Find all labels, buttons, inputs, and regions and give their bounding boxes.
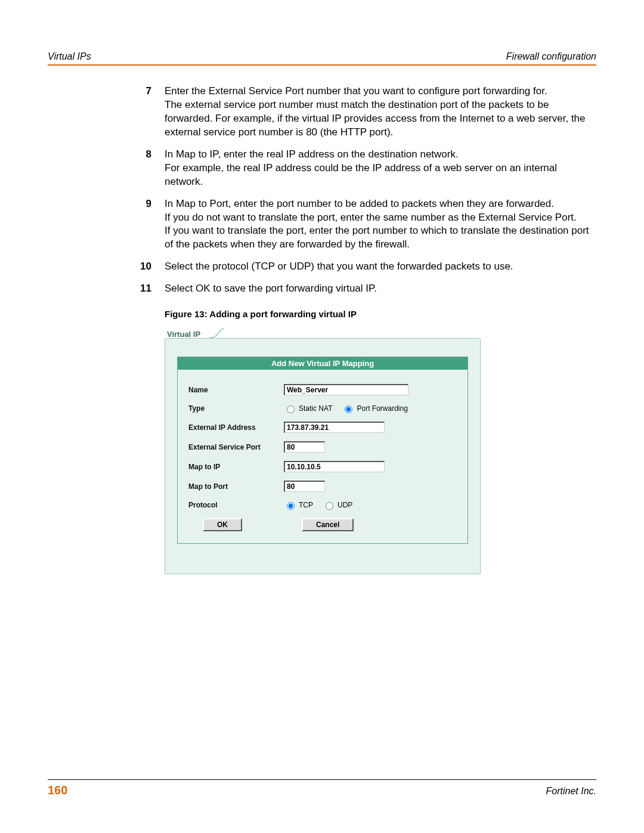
step-number: 10	[131, 260, 165, 274]
radio-static-nat[interactable]: Static NAT	[284, 404, 332, 413]
header-right: Firewall configuration	[506, 51, 596, 62]
step-text: Select OK to save the port forwarding vi…	[165, 282, 596, 296]
header-divider	[48, 64, 596, 66]
radio-tcp-input[interactable]	[287, 502, 295, 510]
label-protocol: Protocol	[188, 501, 284, 509]
radio-port-forwarding-input[interactable]	[345, 405, 352, 413]
radio-tcp-label: TCP	[299, 501, 313, 509]
step-text: In Map to IP, enter the real IP address …	[165, 148, 596, 162]
radio-udp-input[interactable]	[326, 502, 333, 510]
label-type: Type	[188, 404, 284, 413]
cancel-button[interactable]: Cancel	[302, 518, 354, 531]
figure-caption: Figure 13: Adding a port forwarding virt…	[165, 309, 596, 319]
step-number: 7	[131, 85, 165, 140]
label-external-ip: External IP Address	[188, 423, 284, 432]
external-ip-input[interactable]	[284, 422, 385, 433]
radio-static-nat-label: Static NAT	[299, 404, 332, 413]
ok-button[interactable]: OK	[203, 518, 242, 531]
page-number: 160	[48, 784, 67, 797]
step-text: For example, the real IP address could b…	[165, 162, 596, 189]
radio-udp-label: UDP	[338, 501, 352, 509]
step-text: Select the protocol (TCP or UDP) that yo…	[165, 260, 596, 274]
step-text: If you want to translate the port, enter…	[165, 224, 596, 252]
map-to-ip-input[interactable]	[284, 461, 385, 472]
step-number: 9	[131, 197, 165, 252]
step-text: Enter the External Service Port number t…	[165, 85, 596, 98]
name-input[interactable]	[284, 384, 408, 395]
label-map-to-ip: Map to IP	[188, 463, 284, 471]
radio-port-forwarding[interactable]: Port Forwarding	[342, 404, 407, 413]
tab-curve-icon	[209, 328, 224, 339]
label-map-to-port: Map to Port	[188, 482, 284, 491]
radio-port-forwarding-label: Port Forwarding	[357, 404, 407, 413]
panel-title: Add New Virtual IP Mapping	[178, 357, 467, 370]
radio-static-nat-input[interactable]	[287, 405, 295, 413]
step-number: 11	[131, 282, 165, 296]
radio-udp[interactable]: UDP	[323, 500, 352, 510]
company-name: Fortinet Inc.	[546, 786, 596, 797]
step-text: If you do not want to translate the port…	[165, 211, 596, 225]
radio-tcp[interactable]: TCP	[284, 500, 313, 510]
step-number: 8	[131, 148, 165, 189]
external-service-port-input[interactable]	[284, 441, 325, 453]
label-name: Name	[188, 386, 284, 394]
step-text: In Map to Port, enter the port number to…	[165, 197, 596, 211]
header-left: Virtual IPs	[48, 51, 91, 62]
map-to-port-input[interactable]	[284, 481, 325, 492]
tab-virtual-ip[interactable]: Virtual IP	[165, 327, 206, 339]
step-text: The external service port number must ma…	[165, 98, 596, 140]
footer-divider	[48, 779, 596, 780]
label-external-service-port: External Service Port	[188, 443, 284, 451]
steps-list: 7 Enter the External Service Port number…	[131, 85, 596, 296]
